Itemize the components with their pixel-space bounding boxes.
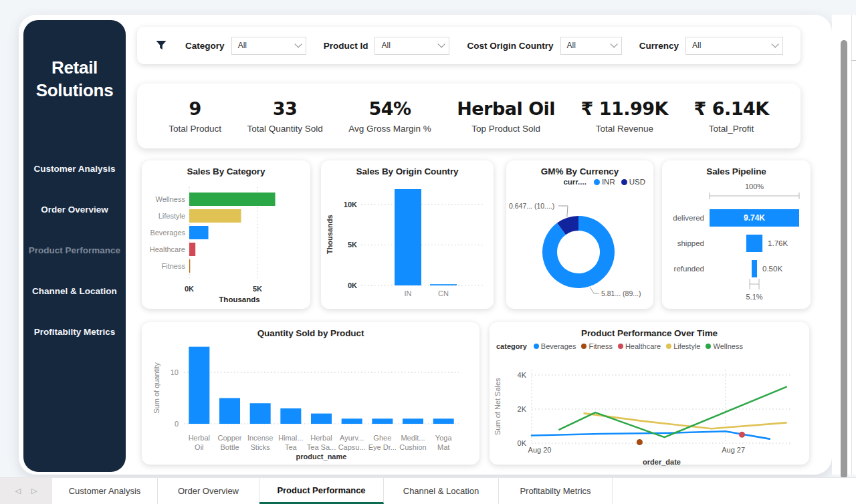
tab-customer-analysis[interactable]: Customer Analysis	[52, 478, 158, 504]
tab-prev-icon[interactable]: ◁	[15, 487, 21, 495]
y-tick: 10K	[344, 201, 357, 209]
tab-product-performance[interactable]: Product Performance	[259, 478, 384, 504]
bar-incense-sticks[interactable]	[250, 403, 271, 424]
tab-order-overview[interactable]: Order Overview	[158, 478, 259, 504]
kpi-value: ₹ 6.14K	[693, 98, 768, 119]
bar-lifestyle[interactable]	[189, 209, 241, 223]
y-tick: 0	[175, 420, 179, 428]
bar-yoga-mat[interactable]	[433, 418, 454, 424]
tab-channel-location[interactable]: Channel & Location	[384, 478, 499, 504]
category-label: Wellness	[156, 195, 186, 203]
category-label: Copper	[217, 434, 241, 442]
filter-value: All	[567, 41, 576, 50]
chart-title: Product Performance Over Time	[490, 322, 809, 338]
bar-healthcare[interactable]	[189, 243, 195, 256]
funnel-bar-shipped[interactable]	[746, 235, 762, 252]
bar-ayurv-capsu[interactable]	[342, 418, 362, 424]
series-line-lifestyle[interactable]	[584, 413, 786, 428]
category-label: Bottle	[220, 443, 239, 451]
funnel-bar-refunded[interactable]	[752, 260, 757, 277]
legend-item-lifestyle[interactable]: Lifestyle	[666, 342, 700, 350]
series-point-healthcare[interactable]	[739, 432, 745, 438]
bar-herbal-oil[interactable]	[189, 347, 209, 424]
chart-title: Sales By Origin Country	[321, 160, 494, 176]
bar-herbal-tea-sa[interactable]	[311, 414, 332, 424]
vertical-scrollbar-thumb[interactable]	[841, 40, 847, 479]
chart-title: GM% By Currency	[506, 160, 653, 176]
legend-item-beverages[interactable]: Beverages	[534, 342, 576, 350]
legend-label: USD	[629, 178, 645, 186]
category-label: Tea	[285, 443, 298, 451]
donut-legend: curr....INRUSD	[563, 178, 645, 186]
kpi-total-quantity-sold: 33Total Quantity Sold	[247, 98, 322, 134]
sidebar-item-channel-location[interactable]: Channel & Location	[23, 286, 126, 296]
card-product-performance-over-time: Product Performance Over Time categoryBe…	[490, 322, 809, 465]
funnel-bottom-percent: 5.1%	[746, 293, 762, 301]
sidebar-item-customer-analysis[interactable]: Customer Analysis	[23, 164, 126, 174]
bar-ghee-eye-dr[interactable]	[372, 418, 393, 424]
filter-group-product-id: Product IdAll	[324, 37, 450, 55]
y-axis-title: Sum of quantity	[152, 362, 160, 414]
bar-cn[interactable]	[430, 284, 457, 285]
legend-item-inr[interactable]: INR	[594, 178, 615, 186]
series-point-fitness[interactable]	[637, 439, 643, 445]
category-label: Capsu...	[338, 443, 366, 451]
tab-next-icon[interactable]: ▷	[31, 487, 37, 495]
tab-profitabilty-metrics[interactable]: Profitabilty Metrics	[499, 478, 613, 504]
filter-dropdown-category[interactable]: All	[231, 37, 306, 55]
bar-himal-tea[interactable]	[280, 408, 301, 424]
bar-fitness[interactable]	[189, 259, 190, 273]
y-axis-title: Thousands	[326, 215, 334, 254]
legend-label: INR	[602, 178, 615, 186]
bar-medit-cushion[interactable]	[403, 418, 423, 424]
legend-item-wellness[interactable]: Wellness	[706, 342, 742, 350]
kpi-value: Herbal Oil	[457, 98, 555, 119]
card-gm-by-currency: GM% By Currency curr....INRUSD 0.647... …	[506, 160, 653, 309]
filter-label: Cost Origin Country	[467, 41, 554, 51]
legend-item-fitness[interactable]: Fitness	[581, 342, 612, 350]
category-label: Cushion	[399, 443, 426, 451]
filter-value: All	[692, 41, 701, 50]
sidebar-item-order-overview[interactable]: Order Overview	[23, 205, 126, 215]
bar-beverages[interactable]	[189, 226, 209, 239]
category-label: CN	[438, 289, 449, 297]
y-axis-title: Sum of Net Sales	[494, 378, 502, 435]
chart-title: Quantity Sold by Product	[142, 322, 479, 338]
right-edge-divider	[851, 15, 852, 475]
legend-dot	[621, 179, 627, 185]
filter-group-currency: CurrencyAll	[639, 37, 783, 55]
sidebar-item-product-performance[interactable]: Product Performance	[23, 245, 126, 255]
x-tick: 5K	[253, 285, 262, 293]
series-line-wellness[interactable]	[559, 387, 786, 437]
filter-dropdown-product-id[interactable]: All	[374, 37, 449, 55]
legend-dot	[594, 179, 600, 185]
filter-group-cost-origin-country: Cost Origin CountryAll	[467, 37, 622, 55]
legend-title: curr....	[563, 178, 586, 186]
legend-item-usd[interactable]: USD	[621, 178, 645, 186]
category-label: Oil	[195, 443, 203, 451]
legend-item-healthcare[interactable]: Healthcare	[618, 342, 661, 350]
y-tick: 4K	[518, 371, 527, 379]
kpi-total-product: 9Total Product	[169, 98, 221, 134]
product-performance-over-time-chart: 0K2K4KAug 20Aug 27order_dateSum of Net S…	[490, 362, 809, 473]
y-tick: 2K	[518, 405, 527, 413]
legend-dot	[666, 344, 671, 349]
kpi-label: Top Product Sold	[457, 124, 555, 134]
kpi-label: Total Quantity Sold	[247, 124, 322, 134]
x-tick: Aug 20	[528, 446, 552, 454]
filter-label: Currency	[639, 41, 679, 51]
right-edge-tick	[851, 60, 856, 61]
filter-dropdown-currency[interactable]: All	[685, 37, 783, 55]
bar-copper-bottle[interactable]	[219, 398, 240, 424]
bar-wellness[interactable]	[189, 193, 276, 206]
sidebar-item-profitabilty-metrics[interactable]: Profitabilty Metrics	[23, 327, 126, 337]
category-label: Mat	[437, 443, 449, 451]
chart-title: Sales Pipeline	[662, 160, 811, 176]
legend-dot	[706, 344, 711, 349]
bar-in[interactable]	[395, 189, 421, 285]
kpi-value: ₹ 11.99K	[581, 98, 669, 119]
category-label: Eye Dr...	[368, 443, 397, 451]
filter-dropdown-cost-origin-country[interactable]: All	[560, 37, 622, 55]
legend-label: Lifestyle	[673, 342, 700, 350]
x-axis-title: order_date	[643, 458, 681, 466]
